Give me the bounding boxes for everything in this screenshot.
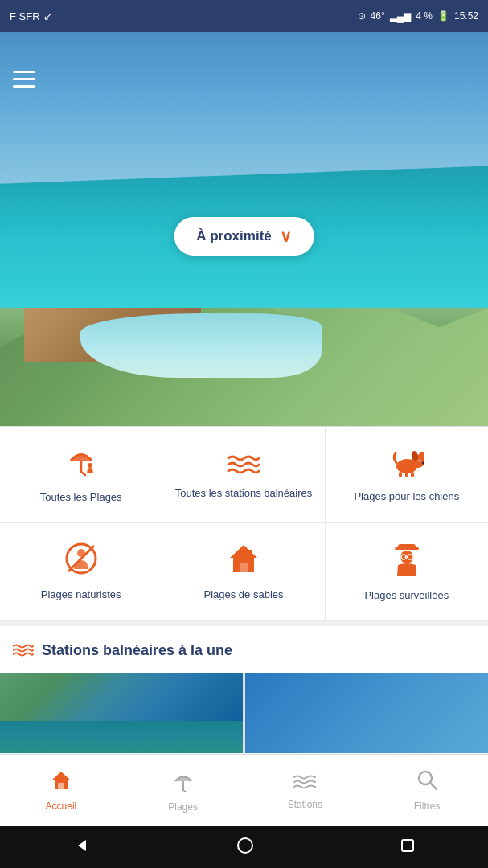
svg-rect-5 — [13, 78, 35, 80]
svg-rect-40 — [402, 840, 413, 851]
hero-beach-water — [80, 313, 322, 378]
signal-icon: ↙ — [43, 10, 52, 23]
proximity-label: À proximité — [196, 228, 272, 244]
card-preview-2[interactable] — [245, 673, 488, 753]
svg-rect-25 — [248, 550, 252, 556]
beach-umbrella-icon — [64, 444, 98, 483]
signal-bars: ▂▄▆ — [390, 10, 412, 22]
hero-section: À proximité ∨ — [0, 32, 488, 426]
svg-rect-18 — [405, 472, 408, 477]
location-icon: ⊙ — [358, 10, 366, 22]
surveillees-label: Plages surveillées — [364, 589, 449, 603]
category-sables[interactable]: Plages de sables — [162, 523, 325, 621]
svg-rect-6 — [13, 85, 35, 88]
category-surveillees[interactable]: Plages surveillées — [326, 523, 488, 621]
naturistes-label: Plages naturistes — [41, 588, 121, 602]
svg-point-39 — [238, 838, 252, 853]
svg-line-8 — [81, 472, 85, 475]
umbrella-nav-icon — [172, 768, 195, 798]
battery-text: 4 % — [416, 10, 433, 22]
home-button[interactable] — [236, 837, 254, 858]
svg-line-35 — [183, 790, 187, 792]
sailboat-icon — [367, 193, 392, 225]
svg-point-3 — [371, 216, 388, 221]
svg-rect-19 — [411, 472, 414, 477]
bottom-nav: Accueil Plages Stations — [0, 754, 488, 826]
nav-plages[interactable]: Plages — [122, 755, 244, 826]
search-nav-icon — [416, 769, 437, 797]
no-swimsuit-icon — [64, 542, 98, 580]
category-stations[interactable]: Toutes les stations balnéaires — [162, 427, 325, 523]
stations-nav-label: Stations — [288, 799, 322, 810]
battery-icon: 🔋 — [437, 10, 449, 22]
recents-button[interactable] — [400, 837, 416, 858]
status-right: ⊙ 46° ▂▄▆ 4 % 🔋 15:52 — [358, 10, 478, 22]
dog-icon — [389, 445, 424, 482]
nav-filtres[interactable]: Filtres — [366, 755, 488, 826]
status-carrier: F SFR ↙ — [10, 10, 52, 23]
svg-rect-33 — [58, 783, 64, 789]
waves-nav-icon — [293, 771, 317, 796]
section-waves-icon — [13, 641, 34, 661]
stations-label: Toutes les stations balnéaires — [175, 487, 313, 501]
chevron-down-icon: ∨ — [280, 227, 292, 246]
categories-grid: Toutes les Plages Toutes les stations ba… — [0, 426, 488, 621]
sables-label: Plages de sables — [203, 588, 283, 602]
nav-accueil[interactable]: Accueil — [0, 755, 122, 826]
android-nav-bar — [0, 826, 488, 868]
house-icon — [227, 542, 260, 580]
accueil-label: Accueil — [46, 800, 77, 812]
svg-point-15 — [419, 460, 420, 461]
hero-rocks — [408, 209, 472, 305]
status-bar: F SFR ↙ ⊙ 46° ▂▄▆ 4 % 🔋 15:52 — [0, 0, 488, 32]
svg-rect-17 — [399, 472, 402, 477]
nav-stations[interactable]: Stations — [244, 755, 367, 826]
section-header: Stations balnéaires à la une — [0, 621, 488, 673]
proximity-button[interactable]: À proximité ∨ — [174, 217, 314, 256]
chiens-label: Plages pour les chiens — [354, 490, 459, 504]
category-naturistes[interactable]: Plages naturistes — [0, 523, 162, 621]
cards-preview — [0, 673, 488, 753]
category-chiens[interactable]: Plages pour les chiens — [326, 427, 488, 523]
svg-marker-1 — [379, 197, 389, 215]
svg-point-9 — [88, 463, 92, 468]
filtres-label: Filtres — [414, 800, 441, 812]
toutes-plages-label: Toutes les Plages — [40, 491, 122, 505]
svg-marker-38 — [78, 840, 86, 851]
waves-icon — [227, 448, 260, 479]
svg-rect-4 — [13, 71, 35, 73]
carrier-text: F SFR — [10, 10, 40, 23]
back-button[interactable] — [73, 837, 91, 858]
svg-rect-27 — [395, 547, 419, 550]
card-preview-1[interactable] — [0, 673, 243, 753]
svg-line-37 — [430, 783, 437, 789]
section-title: Stations balnéaires à la une — [42, 642, 232, 659]
lifeguard-icon — [390, 541, 424, 581]
time-text: 15:52 — [454, 10, 478, 22]
hamburger-menu[interactable] — [13, 71, 35, 93]
svg-marker-0 — [370, 194, 379, 215]
category-toutes-plages[interactable]: Toutes les Plages — [0, 427, 162, 523]
home-nav-icon — [50, 769, 72, 797]
svg-rect-24 — [240, 563, 248, 572]
plages-label: Plages — [168, 801, 198, 813]
network-badge: 46° — [371, 10, 385, 22]
